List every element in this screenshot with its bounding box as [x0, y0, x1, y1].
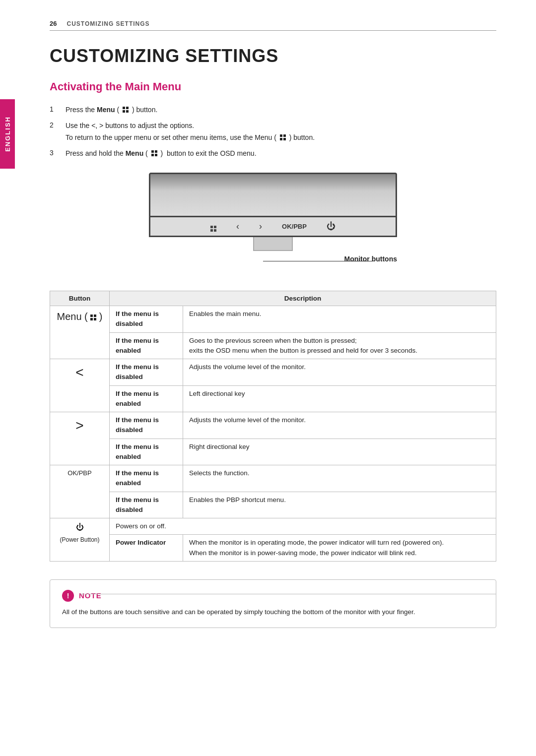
monitor-btn-okpbp: OK/PBP [282, 223, 307, 230]
step-2: 2 Use the <, > buttons to adjust the opt… [50, 120, 496, 142]
table-row-right-disabled: > If the menu isdisabled Adjusts the vol… [50, 412, 496, 439]
header-title: CUSTOMIZING SETTINGS [67, 20, 149, 27]
note-text: All of the buttons are touch sensitive a… [62, 607, 484, 618]
monitor-stand [253, 237, 293, 251]
td-power-desc1: Powers on or off. [110, 518, 496, 535]
step-1: 1 Press the Menu ( ) button. [50, 104, 496, 115]
td-okpbp-desc1: Selects the function. [183, 465, 496, 492]
monitor-btn-left: ‹ [236, 221, 239, 232]
menu-icon-step3 [150, 149, 159, 158]
td-okpbp-cond2: If the menu isdisabled [110, 492, 183, 518]
note-icon: ! [62, 590, 74, 602]
td-okpbp-desc2: Enables the PBP shortcut menu. [183, 492, 496, 518]
menu-icon-step1 [121, 105, 130, 114]
monitor-btn-right: › [259, 221, 262, 232]
td-menu-desc1: Enables the main menu. [183, 306, 496, 333]
td-menu-cond1: If the menu isdisabled [110, 306, 183, 333]
table-row-power: ⏻(Power Button) Powers on or off. [50, 518, 496, 535]
td-right-cond2: If the menu isenabled [110, 439, 183, 465]
table-row-menu-enabled: If the menu isenabled Goes to the previo… [50, 332, 496, 359]
table-row-power-indicator: Power Indicator When the monitor is in o… [50, 535, 496, 562]
td-menu-desc2: Goes to the previous screen when the but… [183, 332, 496, 359]
side-tab: ENGLISH [0, 99, 15, 169]
step-1-num: 1 [50, 104, 59, 115]
note-header: ! NOTE [62, 590, 484, 602]
td-left-cond1: If the menu isdisabled [110, 359, 183, 386]
table-row-okpbp-disabled: If the menu isdisabled Enables the PBP s… [50, 492, 496, 518]
step-2-text: Use the <, > buttons to adjust the optio… [66, 120, 315, 131]
side-tab-label: ENGLISH [4, 116, 11, 152]
menu-icon-step2 [278, 133, 287, 142]
table-row-right-enabled: If the menu isenabled Right directional … [50, 439, 496, 465]
step-3: 3 Press and hold the Menu ( ) button to … [50, 148, 496, 159]
monitor-diagram: ‹ › OK/PBP ⏻ Monitor buttons [50, 173, 496, 276]
td-okpbp-button: OK/PBP [50, 465, 110, 518]
page-number: 26 [50, 20, 57, 27]
page: ENGLISH 26 CUSTOMIZING SETTINGS CUSTOMIZ… [0, 0, 536, 756]
table-row-menu-disabled: Menu ( ) If the menu isdisabled Enables … [50, 306, 496, 333]
td-left-button: < [50, 359, 110, 412]
td-okpbp-cond1: If the menu isenabled [110, 465, 183, 492]
col-header-description: Description [110, 291, 496, 306]
monitor-buttons-annotation: Monitor buttons [149, 251, 397, 276]
step-2-num: 2 [50, 120, 59, 142]
step-2-subtext: To return to the upper menu or set other… [66, 132, 315, 143]
step-3-num: 3 [50, 148, 59, 159]
steps-list: 1 Press the Menu ( ) button. 2 Use the <… [50, 104, 496, 159]
td-menu-cond2: If the menu isenabled [110, 332, 183, 359]
td-menu-button: Menu ( ) [50, 306, 110, 359]
td-right-desc2: Right directional key [183, 439, 496, 465]
buttons-table: Button Description Menu ( ) If the menu … [50, 291, 496, 562]
monitor-screen [149, 173, 397, 217]
table-row-left-disabled: < If the menu isdisabled Adjusts the vol… [50, 359, 496, 386]
step-1-text: Press the Menu ( ) button. [66, 104, 157, 115]
note-title: NOTE [79, 591, 102, 600]
td-right-button: > [50, 412, 110, 465]
td-right-cond1: If the menu isdisabled [110, 412, 183, 439]
monitor-base: ‹ › OK/PBP ⏻ [149, 217, 397, 237]
monitor-btn-menu [210, 221, 216, 232]
monitor-btn-power: ⏻ [327, 221, 335, 232]
td-power-indicator-desc: When the monitor is in operating mode, t… [183, 535, 496, 562]
monitor-buttons-label: Monitor buttons [344, 255, 397, 263]
note-divider [80, 594, 496, 594]
col-header-button: Button [50, 291, 110, 306]
td-power-indicator-label: Power Indicator [110, 535, 183, 562]
td-power-button: ⏻(Power Button) [50, 518, 110, 562]
step-2-content: Use the <, > buttons to adjust the optio… [66, 120, 315, 142]
page-header: 26 CUSTOMIZING SETTINGS [50, 20, 496, 31]
step-3-text: Press and hold the Menu ( ) button to ex… [66, 148, 257, 159]
table-row-left-enabled: If the menu isenabled Left directional k… [50, 385, 496, 412]
note-box: ! NOTE All of the buttons are touch sens… [50, 579, 496, 628]
section-title: Activating the Main Menu [50, 80, 496, 93]
td-left-desc2: Left directional key [183, 385, 496, 412]
td-left-cond2: If the menu isenabled [110, 385, 183, 412]
td-right-desc1: Adjusts the volume level of the monitor. [183, 412, 496, 439]
main-title: CUSTOMIZING SETTINGS [50, 46, 496, 66]
table-row-okpbp-enabled: OK/PBP If the menu isenabled Selects the… [50, 465, 496, 492]
td-left-desc1: Adjusts the volume level of the monitor. [183, 359, 496, 386]
